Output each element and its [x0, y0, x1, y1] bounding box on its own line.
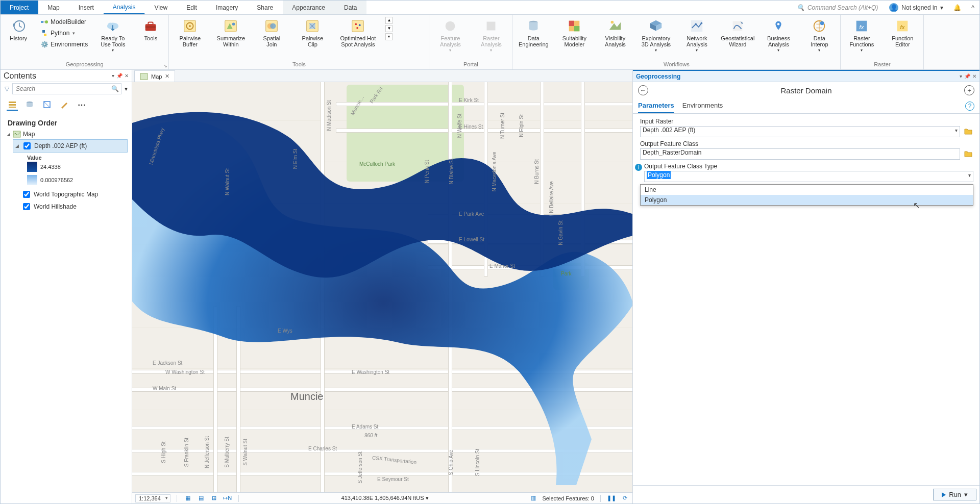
contents-pane: Contents ▾ 📌 ✕ ▽ 🔍 ▾ ⋯ — [1, 70, 132, 503]
feature-analysis-button: Feature Analysis▾ — [432, 17, 468, 54]
input-raster-field[interactable]: Depth .002 AEP (ft) — [640, 126, 960, 137]
gallery-scroll[interactable]: ▲▼▾ — [385, 17, 393, 40]
map-node[interactable]: ◢ Map — [5, 129, 128, 139]
gear-icon: ⚙️ — [40, 40, 48, 48]
tab-project[interactable]: Project — [1, 1, 38, 14]
notifications-button[interactable]: 🔔 — [948, 1, 966, 14]
toc-tab-editing[interactable] — [59, 99, 70, 111]
contents-title: Contents — [4, 71, 109, 81]
pin-icon[interactable]: 📌 — [964, 73, 970, 79]
toc-tab-drawing-order[interactable] — [7, 99, 18, 111]
layer-topo[interactable]: ▸ World Topographic Map — [13, 188, 128, 200]
wf-exploratory-3d[interactable]: Exploratory 3D Analysis▾ — [638, 17, 674, 54]
wf-geostat[interactable]: Geostatistical Wizard — [720, 17, 755, 48]
output-fc-field[interactable]: Depth_RasterDomain — [640, 148, 960, 160]
map-view[interactable]: Muncie E Kirk St E Hines St N Madison St… — [132, 82, 632, 492]
tab-imagery[interactable]: Imagery — [207, 1, 248, 14]
legend-min: 0.000976562 — [5, 175, 128, 185]
tool-summarize-within[interactable]: Summarize Within — [213, 17, 249, 48]
back-button[interactable]: ← — [638, 85, 648, 95]
close-icon[interactable]: ✕ — [125, 73, 129, 79]
toc-tab-more[interactable]: ⋯ — [76, 99, 87, 111]
tab-environments[interactable]: Environments — [682, 98, 723, 113]
add-button[interactable]: ＋ — [964, 85, 974, 95]
search-menu-icon[interactable]: ▾ — [125, 85, 128, 92]
scale-control[interactable]: 1:12,364 — [135, 494, 170, 502]
run-label: Run — [949, 491, 961, 498]
expander-icon[interactable]: ◢ — [6, 132, 11, 137]
ribbon: History ModelBuilder Python ⚙️ Environme… — [1, 15, 979, 70]
history-button[interactable]: History — [4, 17, 33, 42]
sign-in-menu[interactable]: 👤 Not signed in ▾ — [884, 1, 948, 14]
contents-search-input[interactable] — [15, 85, 111, 93]
command-search[interactable]: 🔍 Command Search (Alt+Q) — [791, 1, 884, 14]
wf-interop[interactable]: Data Interop▾ — [801, 17, 837, 54]
tool-grid-icon[interactable]: ▤ — [197, 494, 206, 503]
tab-appearance[interactable]: Appearance — [283, 1, 335, 14]
pane-menu-icon[interactable]: ▾ — [960, 73, 962, 79]
output-type-field[interactable]: Polygon — [644, 171, 973, 182]
tab-parameters[interactable]: Parameters — [638, 98, 674, 113]
tool-spatial-join[interactable]: Spatial Join — [254, 17, 289, 48]
wf-data-engineering[interactable]: Data Engineering — [516, 17, 551, 48]
refresh-icon[interactable]: ⟳ — [620, 494, 629, 503]
layer-checkbox[interactable] — [23, 142, 31, 149]
close-icon[interactable]: ✕ — [165, 73, 169, 80]
browse-button[interactable] — [963, 127, 973, 137]
function-editor-button[interactable]: fxFunction Editor — [885, 17, 920, 48]
expander-icon[interactable]: ◢ — [14, 143, 19, 148]
tool-pairwise-clip[interactable]: Pairwise Clip — [295, 17, 330, 48]
pane-menu-icon[interactable]: ▾ — [112, 73, 114, 79]
contents-search[interactable]: 🔍 — [12, 83, 121, 94]
tools-button[interactable]: Tools — [136, 17, 165, 42]
close-icon[interactable]: ✕ — [972, 73, 976, 79]
tab-share[interactable]: Share — [248, 1, 283, 14]
modelbuilder-button[interactable]: ModelBuilder — [38, 17, 90, 27]
info-icon[interactable]: i — [635, 164, 642, 171]
svg-rect-44 — [9, 107, 16, 108]
tool-pairwise-buffer[interactable]: Pairwise Buffer — [172, 17, 208, 48]
browse-button[interactable] — [963, 149, 973, 159]
layer-checkbox[interactable] — [23, 203, 30, 210]
tool-snap-icon[interactable]: ⊞ — [210, 494, 219, 503]
layer-checkbox[interactable] — [23, 191, 30, 198]
svg-point-33 — [701, 22, 703, 24]
svg-rect-31 — [691, 20, 703, 32]
tab-view[interactable]: View — [145, 1, 177, 14]
wf-visibility[interactable]: Visibility Analysis — [597, 17, 633, 48]
wf-business[interactable]: Business Analysis▾ — [761, 17, 796, 54]
raster-functions-button[interactable]: fxRaster Functions▾ — [844, 17, 879, 54]
environments-button[interactable]: ⚙️ Environments — [38, 39, 90, 49]
tool-hotspot[interactable]: Optimized Hot Spot Analysis — [335, 17, 380, 48]
environments-label: Environments — [51, 41, 88, 48]
tool-layout-icon[interactable]: ▦ — [183, 494, 192, 503]
option-polygon[interactable]: Polygon — [641, 195, 973, 205]
toc-tab-source[interactable] — [24, 99, 35, 111]
tab-data[interactable]: Data — [335, 1, 366, 14]
legend-max: 24.4338 — [5, 162, 128, 172]
layer-depth[interactable]: ◢ Depth .002 AEP (ft) — [13, 139, 128, 153]
filter-icon[interactable]: ▽ — [5, 85, 9, 92]
map-tab[interactable]: Map ✕ — [134, 70, 175, 82]
toc-tab-selection[interactable] — [41, 99, 53, 111]
pin-icon[interactable]: 📌 — [116, 73, 122, 79]
tab-map[interactable]: Map — [38, 1, 69, 14]
python-button[interactable]: Python — [38, 28, 90, 38]
wf-suitability[interactable]: Suitability Modeler — [556, 17, 592, 48]
ready-to-use-button[interactable]: Ready To Use Tools ▾ — [95, 17, 131, 54]
group-launcher-icon[interactable]: ↘ — [163, 63, 167, 68]
tool-north-icon[interactable]: ↦N — [223, 494, 232, 503]
tab-insert[interactable]: Insert — [69, 1, 104, 14]
tab-edit[interactable]: Edit — [177, 1, 207, 14]
group-title-workflows: Workflows — [516, 60, 837, 68]
wf-network[interactable]: Network Analysis▾ — [679, 17, 715, 54]
run-button[interactable]: Run ▾ — [933, 489, 976, 500]
tab-analysis[interactable]: Analysis — [104, 1, 145, 14]
help-icon[interactable]: ? — [965, 102, 974, 111]
collapse-ribbon-button[interactable]: ^ — [966, 1, 979, 14]
layer-hillshade[interactable]: ▸ World Hillshade — [13, 200, 128, 213]
search-icon[interactable]: 🔍 — [111, 85, 119, 92]
selection-icon: ▥ — [529, 494, 538, 503]
option-line[interactable]: Line — [641, 185, 973, 195]
pause-icon[interactable]: ❚❚ — [607, 494, 616, 503]
